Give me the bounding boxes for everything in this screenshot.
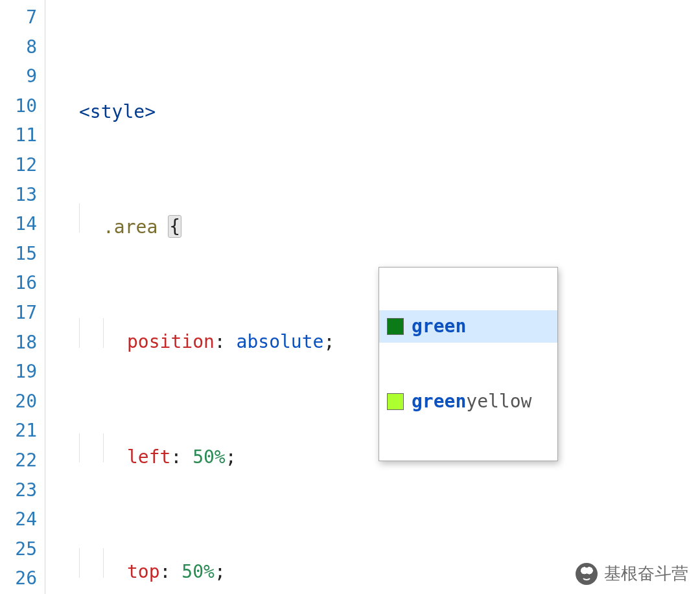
html-tag-open: <style> — [79, 101, 156, 122]
code-line[interactable]: position: absolute; — [54, 318, 700, 348]
line-number: 10 — [0, 91, 37, 121]
css-value: absolute — [237, 331, 324, 352]
watermark-text: 基根奋斗营 — [604, 562, 688, 585]
line-number: 11 — [0, 120, 37, 150]
line-number: 18 — [0, 328, 37, 358]
line-number: 15 — [0, 239, 37, 269]
css-value: 50% — [181, 561, 215, 582]
line-number: 12 — [0, 150, 37, 180]
css-property: top — [127, 561, 160, 582]
line-number: 25 — [0, 534, 37, 564]
line-number: 17 — [0, 298, 37, 328]
line-number: 20 — [0, 387, 37, 417]
line-number: 23 — [0, 475, 37, 505]
color-swatch-icon — [387, 318, 404, 335]
line-number: 13 — [0, 180, 37, 210]
code-area[interactable]: <style> .area { position: absolute; left… — [54, 0, 700, 594]
line-number: 22 — [0, 446, 37, 475]
line-number: 16 — [0, 268, 37, 298]
code-line[interactable]: left: 50%; — [54, 433, 700, 463]
watermark: 基根奋斗营 — [576, 562, 688, 585]
line-number: 21 — [0, 416, 37, 446]
line-number: 14 — [0, 209, 37, 239]
autocomplete-match: green — [412, 391, 466, 412]
line-number-gutter: 7 8 9 10 11 12 13 14 15 16 17 18 19 20 2… — [0, 0, 45, 594]
css-property: left — [127, 446, 170, 467]
line-number: 26 — [0, 564, 37, 593]
wechat-icon — [576, 563, 598, 585]
css-selector: .area — [103, 216, 158, 237]
line-number: 9 — [0, 62, 37, 91]
css-property: position — [127, 331, 215, 352]
color-swatch-icon — [387, 393, 404, 410]
brace-open: { — [169, 216, 181, 237]
autocomplete-item[interactable]: greenyellow — [379, 385, 557, 418]
code-editor[interactable]: 7 8 9 10 11 12 13 14 15 16 17 18 19 20 2… — [0, 0, 700, 594]
css-value: 50% — [192, 446, 226, 467]
code-line[interactable]: <style> — [54, 88, 700, 118]
code-line[interactable]: .area { — [54, 203, 700, 233]
autocomplete-popup[interactable]: green greenyellow — [379, 267, 558, 461]
line-number: 24 — [0, 505, 37, 534]
autocomplete-match: green — [412, 315, 466, 337]
autocomplete-rest: yellow — [466, 391, 531, 412]
autocomplete-item[interactable]: green — [379, 310, 557, 343]
line-number: 19 — [0, 357, 37, 387]
line-number: 8 — [0, 32, 37, 62]
line-number: 7 — [0, 3, 37, 32]
